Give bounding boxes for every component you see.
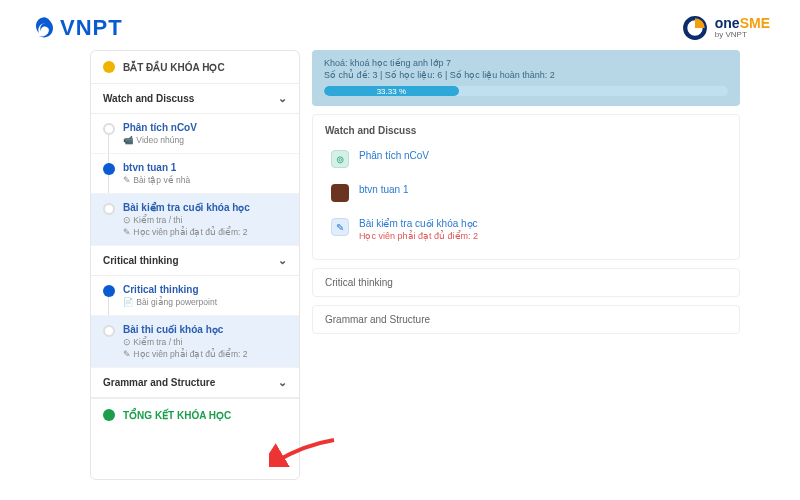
item-title: Bài kiểm tra cuối khóa học xyxy=(123,202,250,213)
status-dot-icon xyxy=(103,123,115,135)
content-row[interactable]: ✎ Bài kiểm tra cuối khóa học Học viên ph… xyxy=(325,210,727,249)
vnpt-logo: VNPT xyxy=(30,15,123,41)
collapsed-label: Critical thinking xyxy=(325,277,393,288)
sidebar-section-watch[interactable]: Watch and Discuss ⌄ xyxy=(91,84,299,114)
item-sub2: ✎ Học viên phải đạt đủ điểm: 2 xyxy=(123,349,247,359)
item-sub: 📹 Video nhúng xyxy=(123,135,197,145)
video-icon: ⊚ xyxy=(331,150,349,168)
sidebar-start[interactable]: BẮT ĐẦU KHÓA HỌC xyxy=(91,51,299,84)
sidebar-critical-list: Critical thinking 📄 Bài giảng powerpoint… xyxy=(91,276,299,368)
row-title: Bài kiểm tra cuối khóa học xyxy=(359,218,478,229)
start-dot-icon xyxy=(103,61,115,73)
item-sub: ⊙ Kiểm tra / thi xyxy=(123,215,250,225)
row-title: btvn tuan 1 xyxy=(359,184,408,195)
start-title: BẮT ĐẦU KHÓA HỌC xyxy=(123,62,225,73)
onesme-circle-icon xyxy=(681,14,709,42)
status-dot-icon xyxy=(103,285,115,297)
section-label: Critical thinking xyxy=(103,255,179,266)
course-title: Khoá: khoá học tiếng anh lớp 7 xyxy=(324,58,728,68)
item-title: Critical thinking xyxy=(123,284,217,295)
status-dot-icon xyxy=(103,325,115,337)
sidebar-item[interactable]: Critical thinking 📄 Bài giảng powerpoint xyxy=(91,276,299,316)
sidebar-section-grammar[interactable]: Grammar and Structure ⌄ xyxy=(91,368,299,398)
course-sidebar: BẮT ĐẦU KHÓA HỌC Watch and Discuss ⌄ Phâ… xyxy=(90,50,300,480)
course-progress-bar: Khoá: khoá học tiếng anh lớp 7 Số chủ đề… xyxy=(312,50,740,106)
item-sub: ⊙ Kiểm tra / thi xyxy=(123,337,247,347)
sidebar-item-active[interactable]: Bài kiểm tra cuối khóa học ⊙ Kiểm tra / … xyxy=(91,194,299,246)
chevron-down-icon: ⌄ xyxy=(278,92,287,105)
content-area: BẮT ĐẦU KHÓA HỌC Watch and Discuss ⌄ Phâ… xyxy=(0,50,800,500)
vnpt-label: VNPT xyxy=(60,15,123,41)
homework-icon xyxy=(331,184,349,202)
item-sub2: ✎ Học viên phải đạt đủ điểm: 2 xyxy=(123,227,250,237)
sidebar-watch-list: Phân tích nCoV 📹 Video nhúng btvn tuan 1… xyxy=(91,114,299,246)
item-title: Bài thi cuối khóa học xyxy=(123,324,247,335)
sidebar-section-critical[interactable]: Critical thinking ⌄ xyxy=(91,246,299,276)
sidebar-item-active[interactable]: Bài thi cuối khóa học ⊙ Kiểm tra / thi ✎… xyxy=(91,316,299,368)
main-panel: Khoá: khoá học tiếng anh lớp 7 Số chủ đề… xyxy=(312,50,740,480)
item-title: btvn tuan 1 xyxy=(123,162,190,173)
sidebar-item[interactable]: btvn tuan 1 ✎ Bài tập về nhà xyxy=(91,154,299,194)
progress-fill: 33.33 % xyxy=(324,86,459,96)
row-title: Phân tích nCoV xyxy=(359,150,429,161)
section-label: Watch and Discuss xyxy=(103,93,194,104)
section-label: Grammar and Structure xyxy=(103,377,215,388)
row-sub: Học viên phải đạt đủ điểm: 2 xyxy=(359,231,478,241)
onesme-logo: oneSME by VNPT xyxy=(681,14,770,42)
sidebar-end[interactable]: TỔNG KẾT KHÓA HỌC xyxy=(91,398,299,431)
chevron-down-icon: ⌄ xyxy=(278,376,287,389)
chevron-down-icon: ⌄ xyxy=(278,254,287,267)
panel-title: Watch and Discuss xyxy=(325,125,727,136)
sidebar-item[interactable]: Phân tích nCoV 📹 Video nhúng xyxy=(91,114,299,154)
item-sub: ✎ Bài tập về nhà xyxy=(123,175,190,185)
end-title: TỔNG KẾT KHÓA HỌC xyxy=(123,410,231,421)
onesme-text: oneSME xyxy=(715,16,770,30)
status-dot-icon xyxy=(103,163,115,175)
content-row[interactable]: btvn tuan 1 xyxy=(325,176,727,210)
collapsed-section-grammar[interactable]: Grammar and Structure xyxy=(312,305,740,334)
item-title: Phân tích nCoV xyxy=(123,122,197,133)
exam-icon: ✎ xyxy=(331,218,349,236)
vnpt-swirl-icon xyxy=(30,15,56,41)
watch-panel: Watch and Discuss ⊚ Phân tích nCoV btvn … xyxy=(312,114,740,260)
collapsed-label: Grammar and Structure xyxy=(325,314,430,325)
onesme-subtext: by VNPT xyxy=(715,30,770,39)
item-sub: 📄 Bài giảng powerpoint xyxy=(123,297,217,307)
course-stats: Số chủ đề: 3 | Số học liệu: 6 | Số học l… xyxy=(324,70,728,80)
status-dot-icon xyxy=(103,203,115,215)
content-row[interactable]: ⊚ Phân tích nCoV xyxy=(325,142,727,176)
app-header: VNPT oneSME by VNPT xyxy=(0,0,800,50)
progress-track: 33.33 % xyxy=(324,86,728,96)
end-dot-icon xyxy=(103,409,115,421)
collapsed-section-critical[interactable]: Critical thinking xyxy=(312,268,740,297)
